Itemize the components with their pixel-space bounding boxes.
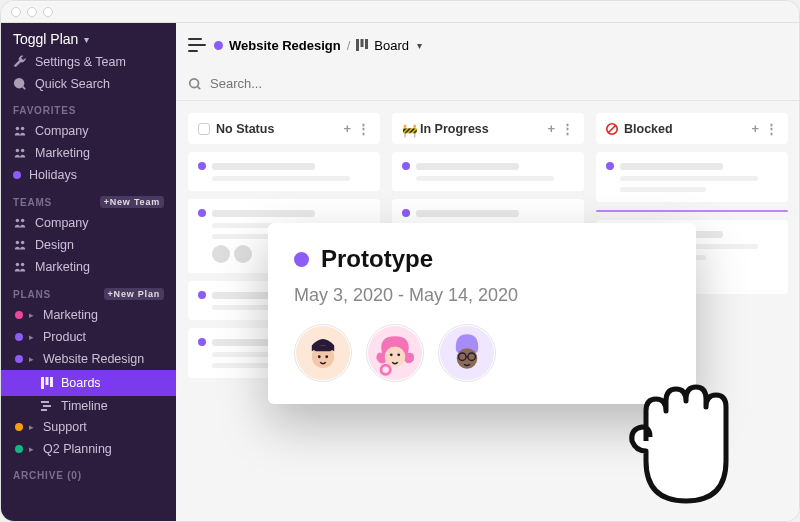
plan-sub-label: Timeline [61,399,108,413]
svg-point-9 [16,263,20,267]
card-title-placeholder [416,210,519,217]
svg-rect-13 [50,377,53,387]
workspace-switcher[interactable]: Toggl Plan ▾ [1,23,176,51]
team-item-design[interactable]: Design [1,234,176,256]
favorite-item-company[interactable]: Company [1,120,176,142]
column-menu-button[interactable]: ⋮ [561,121,574,136]
add-card-button[interactable]: + [547,121,555,136]
svg-rect-18 [361,39,364,47]
new-team-button[interactable]: +New Team [100,196,164,208]
settings-label: Settings & Team [35,55,126,69]
favorites-header: FAVORITES [1,95,176,120]
chevron-right-icon: ▸ [29,354,37,364]
card-drop-indicator [596,210,788,212]
search-icon [188,77,202,91]
avatar [366,324,424,382]
svg-point-7 [16,241,20,245]
column-menu-button[interactable]: ⋮ [765,121,778,136]
svg-point-3 [16,149,20,153]
plan-label: Website Redesign [43,352,144,366]
quick-search-link[interactable]: Quick Search [1,73,176,95]
plan-item-website-redesign[interactable]: ▸ Website Redesign [1,348,176,370]
avatar [234,245,252,263]
plan-label: Product [43,330,86,344]
main-panel: Website Redesign / Board ▾ No Status [176,23,799,521]
column-header: Blocked + ⋮ [596,113,788,144]
card-text-placeholder [416,176,554,181]
boards-icon [356,39,368,51]
sidebar: Toggl Plan ▾ Settings & Team Quick Searc… [1,23,176,521]
plan-sub-timeline[interactable]: Timeline [1,396,176,416]
svg-point-31 [397,353,400,356]
svg-point-6 [21,219,25,223]
team-item-marketing[interactable]: Marketing [1,256,176,278]
board-card[interactable] [392,152,584,191]
teams-header: TEAMS +New Team [1,186,176,212]
teams-header-label: TEAMS [13,197,52,208]
board: No Status + ⋮ [176,101,799,521]
svg-rect-16 [41,409,47,411]
card-title-placeholder [212,210,315,217]
card-dot-icon [402,162,410,170]
add-card-button[interactable]: + [751,121,759,136]
svg-point-20 [190,78,199,87]
collapse-sidebar-icon[interactable] [188,38,206,52]
favorite-label: Marketing [35,146,90,160]
svg-rect-14 [41,401,49,403]
column-menu-button[interactable]: ⋮ [357,121,370,136]
quick-search-label: Quick Search [35,77,110,91]
plan-label: Q2 Planning [43,442,112,456]
search-input[interactable] [210,76,787,91]
new-plan-button[interactable]: +New Plan [104,288,164,300]
construction-icon: 🚧 [402,123,414,135]
avatar [438,324,496,382]
team-label: Company [35,216,89,230]
team-item-company[interactable]: Company [1,212,176,234]
breadcrumb: Website Redesign / Board ▾ [214,38,422,53]
plan-dot-icon [15,445,23,453]
card-title-row: Prototype [294,245,670,273]
minimize-window-icon[interactable] [27,7,37,17]
svg-rect-12 [46,377,49,385]
add-card-button[interactable]: + [343,121,351,136]
card-title-placeholder [620,163,723,170]
board-card[interactable] [188,152,380,191]
svg-rect-19 [365,39,368,49]
chevron-down-icon[interactable]: ▾ [417,40,422,51]
favorite-item-holidays[interactable]: Holidays [1,164,176,186]
dragged-card[interactable]: Prototype May 3, 2020 - May 14, 2020 [268,223,696,404]
card-text-placeholder [620,187,706,192]
app: Toggl Plan ▾ Settings & Team Quick Searc… [1,23,799,521]
card-dot-icon [198,209,206,217]
zoom-window-icon[interactable] [43,7,53,17]
close-window-icon[interactable] [11,7,21,17]
card-date-range: May 3, 2020 - May 14, 2020 [294,285,670,306]
svg-line-22 [609,125,616,132]
svg-point-10 [21,263,25,267]
favorite-label: Company [35,124,89,138]
svg-point-8 [21,241,25,245]
plan-item-support[interactable]: ▸ Support [1,416,176,438]
card-dot-icon [198,291,206,299]
archive-header[interactable]: ARCHIVE (0) [1,460,176,485]
column-title: No Status [216,122,337,136]
plan-label: Support [43,420,87,434]
svg-rect-11 [41,377,44,389]
plan-item-product[interactable]: ▸ Product [1,326,176,348]
board-card[interactable] [596,152,788,202]
svg-rect-15 [43,405,51,407]
settings-team-link[interactable]: Settings & Team [1,51,176,73]
plan-sub-label: Boards [61,376,101,390]
plan-label: Marketing [43,308,98,322]
plan-sub-boards[interactable]: Boards [1,370,176,396]
breadcrumb-view[interactable]: Board [374,38,409,53]
plan-dot-icon [15,355,23,363]
plan-dot-icon [15,333,23,341]
plan-item-q2-planning[interactable]: ▸ Q2 Planning [1,438,176,460]
favorite-item-marketing[interactable]: Marketing [1,142,176,164]
card-dot-icon [606,162,614,170]
topbar: Website Redesign / Board ▾ [176,23,799,67]
chevron-down-icon: ▾ [84,34,89,45]
plan-item-marketing[interactable]: ▸ Marketing [1,304,176,326]
breadcrumb-project[interactable]: Website Redesign [229,38,341,53]
